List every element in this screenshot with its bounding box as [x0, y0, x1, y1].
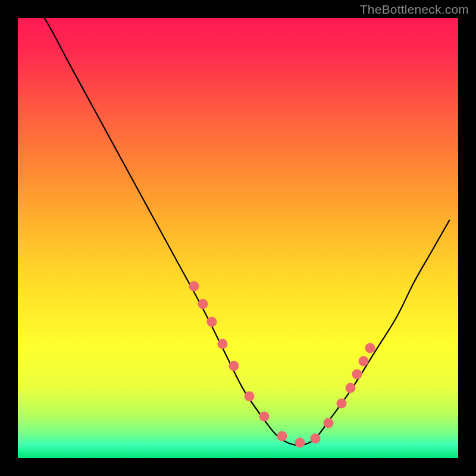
highlight-dot	[310, 433, 320, 443]
highlight-dot	[206, 317, 217, 327]
highlight-dot	[345, 383, 355, 393]
highlight-dot	[295, 438, 305, 448]
highlight-dot	[244, 392, 254, 402]
highlight-dot	[218, 339, 228, 349]
highlight-dot	[228, 361, 239, 371]
highlight-dot	[259, 411, 270, 421]
watermark-text: TheBottleneck.com	[360, 2, 469, 17]
highlight-dot	[352, 369, 362, 380]
highlight-dot	[323, 418, 333, 428]
highlight-dot	[336, 398, 346, 408]
highlight-dot	[358, 356, 368, 367]
highlight-dot	[189, 281, 199, 292]
highlight-dot	[198, 299, 208, 309]
highlight-dot	[365, 343, 375, 353]
plot-area	[18, 18, 458, 458]
bottleneck-curve	[18, 18, 458, 458]
highlight-dot	[277, 431, 287, 441]
